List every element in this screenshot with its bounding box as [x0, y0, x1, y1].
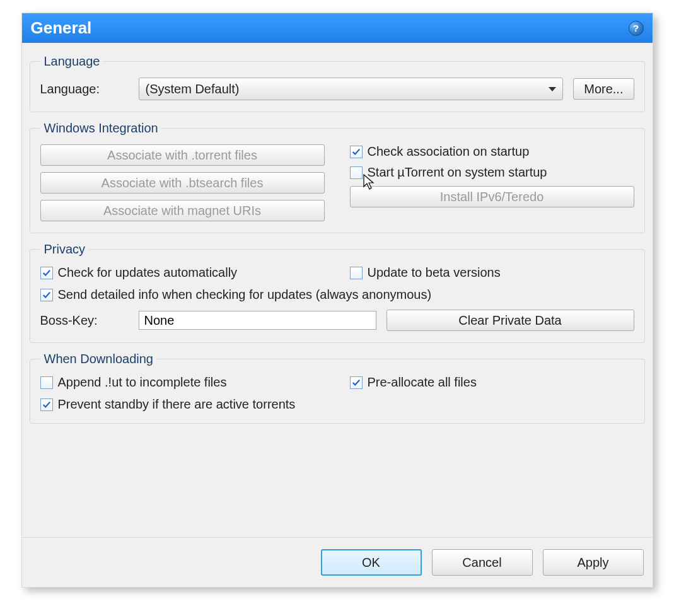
- dialog-title: General: [31, 18, 92, 38]
- send-detailed-info-checkbox[interactable]: Send detailed info when checking for upd…: [40, 288, 634, 302]
- language-legend: Language: [40, 54, 104, 69]
- language-dropdown-value: (System Default): [146, 82, 240, 96]
- windows-integration-group: Windows Integration Associate with .torr…: [30, 121, 645, 233]
- clear-private-data-button[interactable]: Clear Private Data: [386, 310, 634, 331]
- checkbox-icon: [40, 398, 53, 411]
- checkbox-icon: [350, 376, 363, 389]
- associate-magnet-button[interactable]: Associate with magnet URIs: [40, 200, 325, 221]
- spacer: [30, 433, 645, 527]
- when-downloading-group: When Downloading Append .!ut to incomple…: [30, 352, 645, 424]
- checkbox-icon: [350, 267, 363, 279]
- bosskey-label: Boss-Key:: [40, 313, 129, 328]
- install-ipv6-button[interactable]: Install IPv6/Teredo: [350, 186, 634, 207]
- checkbox-icon: [40, 376, 53, 389]
- titlebar: General ?: [22, 13, 653, 43]
- dialog-footer: OK Cancel Apply: [22, 537, 653, 587]
- when-downloading-legend: When Downloading: [40, 352, 157, 366]
- start-on-boot-checkbox[interactable]: Start µTorrent on system startup: [350, 165, 634, 180]
- associate-torrent-button[interactable]: Associate with .torrent files: [40, 144, 325, 166]
- beta-update-checkbox[interactable]: Update to beta versions: [350, 265, 634, 280]
- chevron-down-icon: [549, 87, 556, 91]
- language-label: Language:: [40, 82, 129, 96]
- language-dropdown[interactable]: (System Default): [139, 78, 564, 100]
- bosskey-input[interactable]: [139, 311, 376, 330]
- apply-button[interactable]: Apply: [543, 549, 644, 576]
- checkbox-icon: [40, 289, 53, 301]
- privacy-legend: Privacy: [40, 242, 90, 257]
- preferences-dialog: General ? Language Language: (System Def…: [21, 13, 653, 588]
- associate-btsearch-button[interactable]: Associate with .btsearch files: [40, 172, 325, 194]
- ok-button[interactable]: OK: [321, 549, 422, 576]
- privacy-group: Privacy Check for updates automatically …: [30, 242, 645, 343]
- checkbox-icon: [350, 146, 363, 158]
- cancel-button[interactable]: Cancel: [432, 549, 533, 576]
- check-association-checkbox[interactable]: Check association on startup: [350, 144, 634, 159]
- more-languages-button[interactable]: More...: [573, 78, 634, 100]
- checkbox-icon: [40, 267, 53, 279]
- append-ut-checkbox[interactable]: Append .!ut to incomplete files: [40, 375, 325, 390]
- help-icon[interactable]: ?: [629, 21, 644, 36]
- checkbox-icon: [350, 166, 363, 179]
- language-group: Language Language: (System Default) More…: [30, 54, 645, 112]
- dialog-content: Language Language: (System Default) More…: [22, 43, 653, 537]
- prevent-standby-checkbox[interactable]: Prevent standby if there are active torr…: [40, 397, 634, 412]
- windows-integration-legend: Windows Integration: [40, 121, 162, 136]
- auto-update-checkbox[interactable]: Check for updates automatically: [40, 265, 325, 280]
- preallocate-checkbox[interactable]: Pre-allocate all files: [350, 375, 634, 390]
